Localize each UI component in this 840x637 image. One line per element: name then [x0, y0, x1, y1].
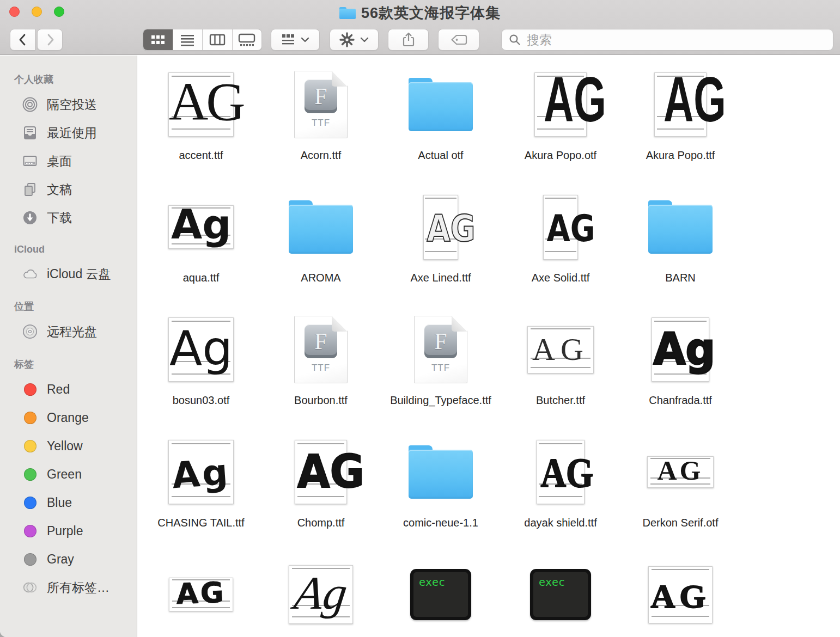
font-preview-thumbnail: AG: [648, 566, 713, 623]
file-item[interactable]: AGDerkon Serif.otf: [620, 432, 740, 554]
file-item[interactable]: comic-neue-1.1: [381, 432, 501, 554]
back-button[interactable]: [10, 29, 35, 51]
ttf-document-icon: FTTF: [414, 316, 467, 383]
sidebar-section: 标签RedOrangeYellowGreenBluePurpleGray所有标签…: [0, 352, 137, 602]
recents-icon: [22, 125, 38, 141]
tag-circle: [22, 466, 38, 482]
file-item[interactable]: FTTFBourbon.ttf: [261, 309, 381, 432]
file-name-label: Chanfrada.ttf: [649, 392, 712, 409]
file-name-label: Akura Popo.ttf: [646, 147, 715, 164]
file-item[interactable]: AGChomp.ttf: [261, 432, 381, 554]
sidebar-item-label: iCloud 云盘: [47, 266, 111, 283]
font-preview-thumbnail: AG: [295, 440, 347, 504]
file-name-label: aqua.ttf: [183, 270, 220, 286]
file-item[interactable]: AG: [141, 554, 261, 637]
sidebar-item-tag-purple[interactable]: Purple: [0, 517, 137, 545]
icloud-icon: [22, 266, 38, 282]
disc-icon: [22, 323, 38, 340]
sidebar-item-disc[interactable]: 远程光盘: [0, 317, 137, 346]
file-name-label: accent.ttf: [179, 147, 223, 164]
view-switcher: [143, 29, 262, 51]
file-name-label: CHASING TAIL.ttf: [157, 514, 244, 531]
tag-button[interactable]: [438, 29, 479, 51]
gallery-view-button[interactable]: [233, 29, 262, 50]
sidebar-item-label: 隔空投送: [47, 96, 97, 113]
icon-view-button[interactable]: [143, 29, 173, 50]
file-item[interactable]: AGdayak shield.ttf: [501, 432, 620, 554]
chevron-down-icon: [360, 36, 369, 43]
file-item[interactable]: Ag: [261, 554, 381, 637]
tag-circle: [22, 551, 38, 567]
gallery-view-icon: [238, 33, 256, 47]
file-name-label: AROMA: [301, 270, 340, 286]
file-item[interactable]: AGAxe Solid.ttf: [501, 187, 620, 309]
forward-button[interactable]: [37, 29, 63, 51]
search-field[interactable]: [501, 29, 833, 51]
file-item[interactable]: AgChanfrada.ttf: [620, 309, 740, 432]
file-item[interactable]: BARN: [620, 187, 740, 309]
file-item[interactable]: AGAxe Lined.ttf: [381, 187, 501, 309]
sidebar-item-documents[interactable]: 文稿: [0, 175, 137, 204]
font-preview-thumbnail: AG: [537, 440, 585, 504]
ttf-document-icon: FTTF: [294, 316, 348, 383]
file-name-label: Derkon Serif.otf: [643, 514, 719, 531]
sidebar-item-icloud[interactable]: iCloud 云盘: [0, 260, 137, 288]
file-name-label: dayak shield.ttf: [524, 514, 596, 531]
search-icon: [508, 33, 521, 46]
file-item[interactable]: Agbosun03.otf: [141, 309, 261, 432]
file-item[interactable]: AGaccent.ttf: [141, 64, 261, 187]
sidebar-item-label: 桌面: [47, 153, 72, 170]
tag-circle: [22, 523, 38, 539]
font-preview-thumbnail: Ag: [652, 317, 709, 382]
sidebar-item-tag-yellow[interactable]: Yellow: [0, 432, 137, 460]
search-input[interactable]: [527, 33, 826, 47]
file-name-label: Chomp.ttf: [297, 514, 345, 531]
file-grid: AGaccent.ttfFTTFAcorn.ttfActual otfAGAku…: [138, 56, 840, 637]
file-item[interactable]: FTTFAcorn.ttf: [261, 64, 381, 187]
sidebar-item-downloads[interactable]: 下载: [0, 204, 137, 232]
sidebar-item-label: Green: [47, 467, 82, 482]
file-item[interactable]: AGAkura Popo.otf: [501, 64, 620, 187]
sidebar-item-recents[interactable]: 最近使用: [0, 119, 137, 147]
list-view-button[interactable]: [173, 29, 203, 50]
file-item[interactable]: Agaqua.ttf: [141, 187, 261, 309]
content-area: AGaccent.ttfFTTFAcorn.ttfActual otfAGAku…: [138, 56, 840, 637]
file-item[interactable]: AROMA: [261, 187, 381, 309]
airdrop-icon: [22, 96, 38, 113]
file-item[interactable]: AgCHASING TAIL.ttf: [141, 432, 261, 554]
tag-circle: [22, 409, 38, 426]
file-item[interactable]: FTTFBuilding_Typeface.ttf: [381, 309, 501, 432]
file-name-label: Actual otf: [418, 147, 463, 164]
sidebar-item-tag-gray[interactable]: Gray: [0, 545, 137, 573]
icon-view-icon: [150, 33, 166, 47]
column-view-button[interactable]: [203, 29, 233, 50]
font-preview-thumbnail: Ag: [168, 440, 234, 504]
sidebar-section: 个人收藏隔空投送最近使用桌面文稿下载: [0, 68, 137, 232]
sidebar-item-all-tags[interactable]: 所有标签…: [0, 573, 137, 602]
executable-icon: exec: [410, 569, 471, 620]
font-preview-thumbnail: AG: [169, 578, 233, 611]
sidebar-item-desktop[interactable]: 桌面: [0, 147, 137, 175]
action-button[interactable]: [330, 29, 379, 51]
sidebar-item-label: 远程光盘: [47, 323, 97, 340]
font-preview-thumbnail: AG: [654, 72, 707, 137]
file-type-badge: TTF: [431, 363, 450, 373]
sidebar-item-label: Gray: [47, 552, 74, 567]
file-item[interactable]: AGButcher.ttf: [501, 309, 620, 432]
file-item[interactable]: AGAkura Popo.ttf: [620, 64, 740, 187]
file-item[interactable]: exec: [501, 554, 620, 637]
sidebar-item-tag-green[interactable]: Green: [0, 460, 137, 488]
file-name-label: comic-neue-1.1: [403, 514, 478, 531]
file-name-label: BARN: [665, 270, 696, 286]
sidebar-item-tag-red[interactable]: Red: [0, 375, 137, 403]
sidebar-item-tag-orange[interactable]: Orange: [0, 403, 137, 432]
group-button[interactable]: [271, 29, 320, 51]
file-item[interactable]: exec: [381, 554, 501, 637]
sidebar-item-label: Orange: [47, 411, 89, 425]
file-item[interactable]: Actual otf: [381, 64, 501, 187]
sidebar-item-airdrop[interactable]: 隔空投送: [0, 90, 137, 119]
sidebar-item-tag-blue[interactable]: Blue: [0, 488, 137, 517]
file-item[interactable]: AG: [620, 554, 740, 637]
share-button[interactable]: [388, 29, 429, 51]
window-chrome: 56款英文海报字体集: [0, 0, 840, 55]
